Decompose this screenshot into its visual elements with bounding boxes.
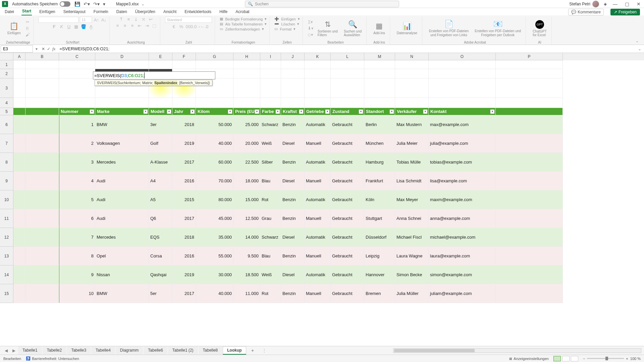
sheet-tab-lookup[interactable]: Lookup (223, 346, 246, 355)
table-cell[interactable]: Automatik (305, 228, 331, 247)
undo-icon[interactable]: ↶▾ (84, 1, 90, 7)
table-cell[interactable]: tobias@example.com (429, 153, 496, 172)
column-header-I[interactable]: I (260, 53, 281, 60)
cell[interactable] (172, 98, 196, 108)
formula-tooltip[interactable]: SVERWEIS(Suchkriterium; Matrix; Spalteni… (95, 80, 212, 86)
orientation-icon[interactable]: ⤭ (140, 17, 146, 22)
filter-dropdown-icon[interactable]: ▾ (190, 109, 195, 114)
cell[interactable] (25, 153, 59, 172)
format-painter-icon[interactable]: 🖌 (24, 32, 31, 37)
cell[interactable] (331, 69, 364, 78)
table-cell[interactable]: 1 (59, 115, 95, 134)
align-bottom-icon[interactable]: ⤓ (133, 17, 139, 22)
table-cell[interactable]: Köln (364, 190, 395, 209)
number-format-dropdown[interactable]: Standard (165, 17, 212, 23)
save-icon[interactable]: 💾 (74, 1, 80, 7)
cell[interactable] (281, 78, 305, 98)
table-cell[interactable]: max@example.com (429, 115, 496, 134)
column-header-K[interactable]: K (305, 53, 331, 60)
table-cell[interactable]: simon@example.com (429, 265, 496, 284)
dec-decimal-icon[interactable]: ←.0 (200, 24, 206, 29)
table-cell[interactable]: Weiß (260, 265, 281, 284)
table-cell[interactable]: 7 (59, 228, 95, 247)
table-cell[interactable]: 2 (59, 134, 95, 153)
tab-formeln[interactable]: Formeln (93, 9, 109, 15)
table-cell[interactable]: Gebraucht (331, 172, 364, 190)
table-cell[interactable]: maxm@example.com (429, 190, 496, 209)
inc-decimal-icon[interactable]: .0→ (193, 24, 199, 29)
formula-input[interactable] (57, 45, 635, 53)
table-cell[interactable]: 14.000 (233, 228, 260, 247)
table-cell[interactable]: Diesel (281, 172, 305, 190)
table-cell[interactable]: 2017 (172, 209, 196, 228)
cell[interactable] (25, 108, 59, 115)
table-cell[interactable]: Leipzig (364, 247, 395, 265)
table-cell[interactable]: Q6 (149, 209, 172, 228)
table-cell[interactable]: Gebraucht (331, 134, 364, 153)
table-cell[interactable]: 10 (59, 284, 95, 303)
column-header-A[interactable]: A (13, 53, 25, 60)
column-header-F[interactable]: F (172, 53, 196, 60)
cell[interactable] (233, 69, 260, 78)
sheet-tab-tabelle3[interactable]: Tabelle3 (67, 346, 91, 355)
column-header-D[interactable]: D (95, 53, 149, 60)
table-cell[interactable]: Gebraucht (331, 115, 364, 134)
table-cell[interactable]: Berlin (364, 115, 395, 134)
cell[interactable] (496, 190, 563, 209)
filter-dropdown-icon[interactable]: ▾ (143, 109, 148, 114)
table-cell[interactable]: 2016 (172, 247, 196, 265)
cell[interactable] (305, 69, 331, 78)
chatgpt-button[interactable]: GPTChatGPT for Excel (531, 19, 549, 38)
table-cell[interactable]: lisa@example.com (429, 172, 496, 190)
cell[interactable] (429, 60, 496, 69)
table-cell[interactable]: michael@example.com (429, 228, 496, 247)
table-cell[interactable]: Mercedes (95, 153, 149, 172)
table-header-5[interactable]: Preis (EUR)▾ (233, 108, 260, 115)
table-cell[interactable]: 55.000 (196, 247, 233, 265)
tab-datei[interactable]: Datei (4, 9, 15, 15)
active-cell-editor[interactable]: =SVERWEIS(D3;C6:O21; (93, 71, 215, 79)
cell[interactable] (13, 108, 25, 115)
cell[interactable] (13, 78, 25, 98)
cell[interactable] (13, 69, 25, 78)
table-cell[interactable]: Stuttgart (364, 209, 395, 228)
sheet-tab-tabelle8[interactable]: Tabelle8 (199, 346, 222, 355)
table-cell[interactable]: Anna Schnei (395, 209, 429, 228)
copy-icon[interactable]: ⎘ (24, 26, 31, 31)
zoom-in-icon[interactable]: + (626, 357, 628, 361)
cell[interactable] (25, 190, 59, 209)
table-cell[interactable]: 2018 (172, 115, 196, 134)
cell[interactable] (13, 209, 25, 228)
table-cell[interactable]: Rot (260, 190, 281, 209)
table-cell[interactable]: Hamburg (364, 153, 395, 172)
tab-acrobat[interactable]: Acrobat (235, 9, 250, 15)
user-account[interactable]: Stefan Petri (569, 1, 599, 7)
cell[interactable] (496, 247, 563, 265)
accessibility-status[interactable]: ♿Barrierefreiheit: Untersuchen (26, 356, 79, 361)
table-cell[interactable]: Gebraucht (331, 228, 364, 247)
fill-icon[interactable]: ⬇▾ (308, 26, 314, 31)
merge-icon[interactable]: ⬚ (151, 23, 157, 28)
table-cell[interactable]: BMW (95, 115, 149, 134)
table-cell[interactable]: Weiß (260, 134, 281, 153)
table-cell[interactable]: 50.000 (196, 115, 233, 134)
cell-styles-button[interactable]: ▭Zellenformatvorlagen▾ (220, 27, 264, 31)
table-cell[interactable]: Gebraucht (331, 284, 364, 303)
cell[interactable] (172, 60, 196, 69)
cell[interactable] (13, 98, 25, 108)
cell[interactable] (59, 60, 95, 69)
table-cell[interactable]: Simon Becke (395, 265, 429, 284)
table-cell[interactable]: 60.000 (196, 153, 233, 172)
table-cell[interactable]: 40.000 (196, 134, 233, 153)
table-cell[interactable]: 20.000 (233, 134, 260, 153)
column-header-J[interactable]: J (281, 53, 305, 60)
table-cell[interactable]: 8 (59, 247, 95, 265)
addins-button[interactable]: ▦Add-Ins (371, 21, 387, 36)
search-input[interactable]: 🔍 Suchen (245, 1, 399, 7)
indent-inc-icon[interactable]: ⇥ (144, 23, 150, 28)
cell[interactable] (496, 108, 563, 115)
cut-icon[interactable]: ✂ (24, 19, 31, 24)
cell[interactable] (395, 78, 429, 98)
cell[interactable] (25, 172, 59, 190)
cell[interactable] (59, 98, 95, 108)
